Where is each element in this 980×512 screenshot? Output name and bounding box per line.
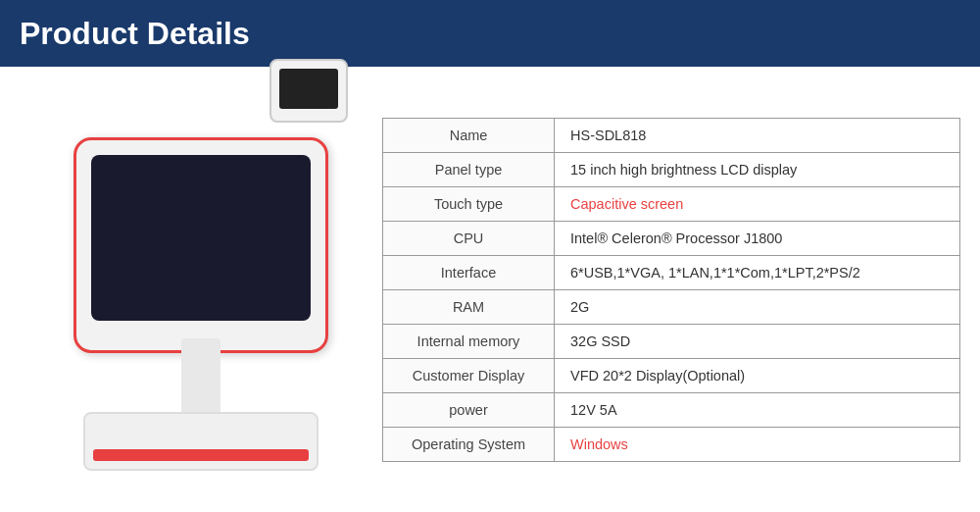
spec-value: VFD 20*2 Display(Optional) [555, 358, 960, 392]
specs-table: NameHS-SDL818Panel type15 inch high brig… [382, 118, 960, 462]
spec-label: Interface [383, 255, 555, 289]
spec-label: Panel type [383, 152, 555, 186]
table-row: Operating SystemWindows [383, 427, 960, 461]
page-title: Product Details [20, 16, 250, 52]
spec-value: Capacitive screen [555, 186, 960, 221]
spec-label: Internal memory [383, 324, 555, 358]
main-screen-frame [74, 137, 328, 353]
spec-value: 32G SSD [555, 324, 960, 358]
table-row: Customer DisplayVFD 20*2 Display(Optiona… [383, 358, 960, 392]
specs-table-container: NameHS-SDL818Panel type15 inch high brig… [382, 88, 960, 490]
spec-value: 2G [555, 289, 960, 324]
main-screen [91, 155, 311, 321]
spec-value: Intel® Celeron® Processor J1800 [555, 221, 960, 255]
product-image-container [20, 88, 382, 490]
product-image [64, 108, 338, 471]
table-row: Touch typeCapacitive screen [383, 186, 960, 221]
table-row: RAM2G [383, 289, 960, 324]
table-row: NameHS-SDL818 [383, 118, 960, 152]
pos-base-stripe [93, 449, 309, 461]
table-row: power12V 5A [383, 392, 960, 427]
spec-value: HS-SDL818 [555, 118, 960, 152]
page-header: Product Details [0, 0, 980, 67]
spec-label: Customer Display [383, 358, 555, 392]
table-row: Interface6*USB,1*VGA, 1*LAN,1*1*Com,1*LP… [383, 255, 960, 289]
table-row: CPUIntel® Celeron® Processor J1800 [383, 221, 960, 255]
spec-value: 6*USB,1*VGA, 1*LAN,1*1*Com,1*LPT,2*PS/2 [555, 255, 960, 289]
spec-value: 12V 5A [555, 392, 960, 427]
spec-label: Touch type [383, 186, 555, 221]
pos-base [83, 412, 318, 471]
table-row: Internal memory32G SSD [383, 324, 960, 358]
spec-label: Name [383, 118, 555, 152]
spec-label: power [383, 392, 555, 427]
pos-stand [181, 338, 220, 417]
customer-display-screen [279, 69, 338, 109]
page-wrapper: Product Details [0, 0, 980, 512]
customer-display-illustration [270, 59, 348, 123]
spec-value: Windows [555, 427, 960, 461]
main-content: NameHS-SDL818Panel type15 inch high brig… [0, 67, 980, 512]
spec-label: RAM [383, 289, 555, 324]
table-row: Panel type15 inch high brightness LCD di… [383, 152, 960, 186]
spec-label: Operating System [383, 427, 555, 461]
spec-label: CPU [383, 221, 555, 255]
spec-value: 15 inch high brightness LCD display [555, 152, 960, 186]
